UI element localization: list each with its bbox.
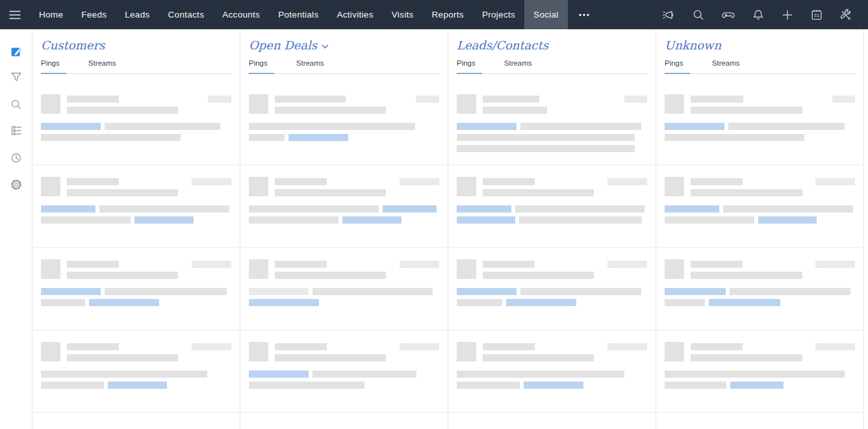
body-line-placeholder [665,288,855,295]
avatar [665,259,684,279]
body-line-placeholder [249,382,439,389]
calendar-day-label: 31 [814,12,820,18]
author-placeholder [275,178,327,185]
subtitle-placeholder [275,354,386,361]
ping-card-placeholder [240,165,448,248]
avatar [665,177,684,196]
text-placeholder [41,216,131,224]
avatar [41,259,60,279]
subtitle-placeholder [67,107,178,114]
text-placeholder [249,382,364,389]
chevron-down-icon[interactable] [322,44,329,49]
search-icon[interactable] [692,8,705,21]
text-placeholder [665,370,845,378]
tab-streams[interactable]: Streams [712,59,747,74]
body-line-placeholder [457,134,647,141]
ping-card-placeholder [240,330,448,413]
author-placeholder [691,261,743,268]
body-line-placeholder [457,382,647,389]
pings-feed [32,74,240,413]
text-placeholder [515,205,645,213]
timestamp-placeholder [416,96,439,103]
ping-card-placeholder [240,83,448,165]
nav-item-contacts[interactable]: Contacts [159,0,214,29]
subtitle-placeholder [483,354,594,361]
text-placeholder [249,123,415,130]
tab-streams[interactable]: Streams [88,59,123,74]
hamburger-menu-icon[interactable] [0,0,30,29]
subtitle-placeholder [275,107,386,114]
notifications-bell-icon[interactable] [752,8,765,21]
body-line-placeholder [249,134,439,141]
text-placeholder [728,123,845,130]
nav-item-leads[interactable]: Leads [116,0,159,29]
text-placeholder [41,299,85,306]
tab-pings[interactable]: Pings [665,59,690,74]
timestamp-placeholder [208,96,231,103]
top-navigation-bar: HomeFeedsLeadsContactsAccountsPotentials… [0,0,868,29]
social-column-customers: Customers PingsStreams [32,29,240,429]
nav-item-home[interactable]: Home [30,0,72,29]
subtitle-placeholder [67,272,178,279]
more-menu-icon[interactable] [568,0,600,29]
author-placeholder [483,96,539,103]
text-placeholder [99,205,229,213]
avatar [249,342,268,361]
announcement-icon[interactable] [662,8,676,21]
nav-item-accounts[interactable]: Accounts [213,0,269,29]
text-placeholder [457,299,502,306]
nav-item-social[interactable]: Social [524,0,568,29]
nav-item-feeds[interactable]: Feeds [72,0,116,29]
text-placeholder [723,205,853,213]
column-header: Open Deals PingsStreams [240,29,448,74]
settings-gear-icon[interactable] [10,178,23,191]
search-icon[interactable] [10,98,23,111]
text-placeholder [665,299,705,306]
nav-item-projects[interactable]: Projects [473,0,524,29]
streams-list-icon[interactable] [10,125,23,138]
author-placeholder [275,343,327,350]
ping-card-placeholder [656,83,863,165]
link-text-placeholder [457,205,511,213]
add-plus-icon[interactable] [781,8,794,21]
text-placeholder [249,288,309,295]
body-line-placeholder [41,299,231,306]
pings-feed [656,74,863,413]
tab-pings[interactable]: Pings [41,59,66,74]
tab-streams[interactable]: Streams [504,59,539,74]
subtitle-placeholder [483,107,547,114]
link-text-placeholder [89,299,159,306]
link-text-placeholder [758,216,817,224]
calendar-31-icon[interactable]: 31 [810,8,823,21]
tab-pings[interactable]: Pings [249,59,274,74]
tab-streams[interactable]: Streams [296,59,331,74]
nav-item-activities[interactable]: Activities [327,0,382,29]
filter-icon[interactable] [10,72,23,84]
main-layout: Customers PingsStreams [0,29,868,429]
link-text-placeholder [665,123,724,130]
column-header: Customers PingsStreams [32,29,240,74]
avatar [457,177,476,196]
ping-card-placeholder [32,165,240,248]
link-text-placeholder [41,123,101,130]
history-clock-icon[interactable] [10,151,23,164]
text-placeholder [313,288,433,295]
tools-icon[interactable] [839,8,852,21]
left-sidebar [0,29,32,429]
gamepad-icon[interactable] [721,8,735,21]
subtitle-placeholder [691,189,802,196]
ping-card-placeholder [448,248,656,330]
nav-item-potentials[interactable]: Potentials [269,0,327,29]
nav-item-visits[interactable]: Visits [383,0,423,29]
text-placeholder [457,370,624,378]
social-columns: Customers PingsStreams [32,29,868,429]
nav-item-reports[interactable]: Reports [423,0,473,29]
body-line-placeholder [457,370,647,378]
pings-feed [448,74,656,413]
timestamp-placeholder [400,178,439,185]
tab-pings[interactable]: Pings [457,59,482,74]
body-line-placeholder [41,370,231,378]
body-line-placeholder [665,382,855,389]
author-placeholder [483,178,535,185]
compose-icon[interactable] [10,45,23,58]
